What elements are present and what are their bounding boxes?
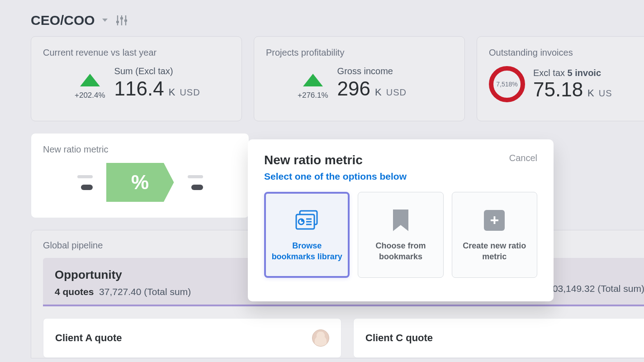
trend-percent: +202.4% [75, 91, 105, 100]
card-title: Current revenue vs last year [43, 48, 230, 58]
metric-value: 75.18 K US [533, 78, 612, 101]
percent-badge-icon: % [106, 163, 174, 202]
metric-value: 116.4 K USD [114, 77, 200, 100]
card-title: Outstanding invoices [489, 48, 636, 58]
ratio-illustration: % [43, 163, 237, 202]
quote-card-a[interactable]: Client A quote [43, 318, 341, 358]
metric-label: Gross income [337, 66, 407, 76]
tile-new-ratio[interactable]: New ratio metric % [31, 133, 249, 218]
trend-up-icon [80, 74, 100, 86]
option-label: Choose from bookmarks [364, 240, 437, 262]
quote-title: Client C quote [365, 332, 433, 344]
metric-label: Sum (Excl tax) [114, 66, 200, 76]
option-label: Browse bookmarks library [271, 240, 342, 262]
cancel-button[interactable]: Cancel [509, 153, 537, 163]
option-choose-bookmarks[interactable]: Choose from bookmarks [358, 192, 443, 278]
option-label: Create new ratio metric [458, 240, 531, 262]
svg-rect-5 [124, 19, 127, 22]
option-browse-library[interactable]: Browse bookmarks library [264, 192, 350, 278]
title-dropdown[interactable] [101, 18, 109, 23]
modal-title: New ratio metric [264, 153, 363, 167]
bookmark-icon [393, 208, 408, 233]
svg-rect-3 [116, 21, 119, 23]
card-invoices[interactable]: Outstanding invoices 7,518% Excl tax 5 i… [477, 36, 644, 121]
card-title: Projects profitability [266, 48, 453, 58]
trend-percent: +276.1% [298, 91, 328, 100]
modal-new-ratio: New ratio metric Cancel Select one of th… [248, 139, 554, 301]
page-header: CEO/COO [31, 13, 644, 28]
avatar [312, 329, 329, 347]
trend-up-icon [303, 74, 323, 86]
quote-title: Client A quote [55, 332, 122, 344]
library-icon [294, 208, 321, 233]
card-profitability[interactable]: Projects profitability +276.1% Gross inc… [254, 36, 465, 121]
option-create-new[interactable]: + Create new ratio metric [452, 192, 537, 278]
page-title: CEO/COO [31, 13, 95, 28]
svg-rect-4 [120, 17, 123, 19]
metric-label: Excl tax 5 invoic [533, 68, 612, 78]
plus-icon: + [484, 208, 505, 233]
tile-title: New ratio metric [43, 144, 237, 155]
card-revenue[interactable]: Current revenue vs last year +202.4% Sum… [31, 36, 242, 121]
sliders-icon[interactable] [115, 14, 128, 26]
quote-card-c[interactable]: Client C quote [353, 318, 644, 358]
ring-chart: 7,518% [489, 66, 525, 102]
metric-value: 296 K USD [337, 77, 407, 100]
modal-subtitle: Select one of the options below [264, 171, 537, 182]
